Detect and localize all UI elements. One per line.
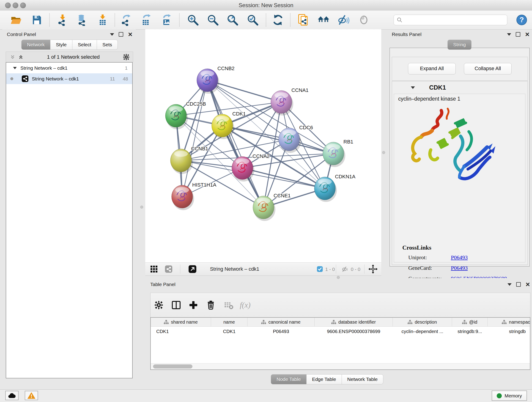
column-header-canonical-name[interactable]: canonical name (247, 318, 315, 326)
import-network-from-file-icon[interactable] (56, 13, 69, 27)
apply-preferred-layout-icon[interactable] (271, 13, 285, 27)
tab-string[interactable]: String (447, 40, 472, 50)
protein-description: cyclin–dependent kinase 1 (398, 96, 460, 102)
panel-close-icon[interactable]: ✕ (525, 32, 530, 36)
help-icon[interactable]: ? (515, 13, 528, 27)
window-title: Session: New Session (0, 0, 532, 11)
collapse-all-icon[interactable] (10, 54, 16, 60)
results-panel-tabs: String (447, 40, 472, 50)
zoom-selected-icon[interactable] (246, 13, 259, 27)
zoom-in-icon[interactable] (186, 13, 200, 27)
network-node-rb1[interactable]: RB1 (323, 139, 353, 167)
network-node-ccnb2[interactable]: CCNB2 (197, 65, 234, 94)
table-tabs: Node TableEdge TableNetwork Table (271, 374, 383, 384)
network-row[interactable]: String Network – cdk1 11 48 (6, 73, 132, 84)
vertical-splitter-handle[interactable] (382, 151, 385, 154)
collection-expand-icon[interactable] (13, 67, 17, 69)
horizontal-splitter-handle[interactable] (337, 276, 340, 279)
panel-float-icon[interactable] (119, 32, 123, 37)
panel-float-icon[interactable] (516, 282, 521, 287)
import-network-from-database-icon[interactable] (75, 13, 89, 27)
warnings-button[interactable] (25, 391, 38, 400)
tab-network[interactable]: Network (21, 40, 51, 50)
toolbar-separator (114, 13, 115, 27)
search-input[interactable] (403, 17, 507, 23)
column-header-label: description (415, 319, 437, 325)
preview-toggle-icon[interactable] (357, 13, 370, 27)
selected-checkbox-icon[interactable] (317, 266, 323, 272)
tab-sets[interactable]: Sets (97, 40, 118, 50)
table-settings-gear-icon[interactable] (154, 300, 163, 310)
show-columns-icon[interactable] (171, 300, 181, 310)
crosslink-link[interactable]: P06493 (451, 254, 468, 261)
column-header-label: namespace (509, 319, 530, 325)
open-session-icon[interactable] (9, 13, 23, 27)
crosslink-label: GeneCard: (408, 265, 432, 271)
network-canvas[interactable]: CCNB2CCNA1CDC25BCDK1CDC6RB1CCNB1CCNA2CDK… (145, 29, 381, 262)
network-graph[interactable]: CCNB2CCNA1CDC25BCDK1CDC6RB1CCNB1CCNA2CDK… (145, 29, 381, 262)
panel-menu-icon[interactable] (507, 33, 511, 36)
panel-menu-icon[interactable] (507, 283, 512, 286)
column-header-name[interactable]: name (211, 318, 247, 326)
home-networks-icon[interactable] (317, 13, 330, 27)
delete-column-trash-icon[interactable] (206, 300, 215, 310)
network-node-cdk1[interactable]: CDK1 (212, 111, 246, 139)
network-node-hist1h1a[interactable]: HIST1H1A (172, 182, 216, 210)
string-results-box: Expand AllCollapse All CDK1 cyclin–depen… (389, 48, 530, 267)
network-node-cdkn1a[interactable]: CDKN1A (314, 174, 355, 202)
table-row[interactable]: CDK1CDK1P064939606.ENSP00000378699cyclin… (151, 327, 530, 336)
tab-edge-table[interactable]: Edge Table (307, 374, 342, 384)
node-label-cdkn1a: CDKN1A (335, 174, 355, 179)
birds-eye-view-icon[interactable] (188, 265, 196, 273)
column-header-shared-name[interactable]: shared name (151, 318, 211, 326)
export-network-icon[interactable] (119, 13, 133, 27)
panel-close-icon[interactable]: ✕ (128, 32, 133, 36)
export-table-icon[interactable] (139, 13, 153, 27)
zoom-fit-icon[interactable] (226, 13, 239, 27)
tab-node-table[interactable]: Node Table (271, 374, 307, 384)
save-session-icon[interactable] (30, 13, 43, 27)
import-table-from-file-icon[interactable] (96, 13, 109, 27)
network-list: String Network – cdk1 1 String Network –… (6, 62, 133, 378)
control-panel-tabs: NetworkStyleSelectSets (21, 40, 118, 50)
toolbar-separator (179, 13, 180, 27)
protein-entry-header[interactable]: CDK1 (392, 81, 528, 94)
memory-button[interactable]: Memory (492, 390, 527, 401)
hide-selected-icon[interactable] (337, 13, 350, 27)
crosslink-link[interactable]: P06493 (451, 265, 468, 271)
entry-collapse-icon[interactable] (411, 86, 415, 89)
string-view-icon[interactable] (165, 265, 172, 273)
column-header-description[interactable]: description (393, 318, 452, 326)
network-options-gear-icon[interactable] (123, 54, 130, 61)
network-collection-row[interactable]: String Network – cdk1 1 (6, 63, 132, 73)
function-builder-icon-disabled: f(x) (240, 301, 250, 309)
panel-float-icon[interactable] (516, 32, 520, 37)
node-label-cdc6: CDC6 (299, 125, 313, 130)
network-node-ccna1[interactable]: CCNA1 (271, 87, 309, 115)
expand-all-icon[interactable] (18, 54, 24, 60)
panel-menu-icon[interactable] (110, 33, 114, 36)
zoom-out-icon[interactable] (206, 13, 220, 27)
tab-select[interactable]: Select (72, 40, 97, 50)
grid-view-icon[interactable] (150, 265, 158, 273)
h-scrollbar-thumb[interactable] (153, 364, 192, 369)
column-network-icon (331, 320, 336, 324)
export-image-icon[interactable] (160, 13, 173, 27)
results-panel: Results Panel ✕ Expand AllCollapse All C… (389, 29, 531, 269)
search-box (394, 15, 507, 25)
add-column-icon[interactable] (189, 300, 198, 310)
automation-cloud-button[interactable] (5, 391, 19, 400)
vertical-splitter-handle[interactable] (140, 206, 143, 209)
collapse-all-button[interactable]: Collapse All (464, 63, 512, 75)
string-query-icon[interactable] (297, 13, 310, 27)
pan-crosshair-icon[interactable] (368, 264, 378, 274)
panel-close-icon[interactable]: ✕ (525, 283, 530, 286)
tab-style[interactable]: Style (51, 40, 72, 50)
svg-text:?: ? (519, 16, 524, 24)
expand-all-button[interactable]: Expand All (408, 63, 456, 75)
tab-network-table[interactable]: Network Table (342, 374, 384, 384)
column-header-id[interactable]: @id (452, 318, 488, 326)
column-header-namespace[interactable]: namespace (488, 318, 530, 326)
column-header-database-identifier[interactable]: database identifier (315, 318, 393, 326)
cloud-icon (8, 393, 16, 399)
